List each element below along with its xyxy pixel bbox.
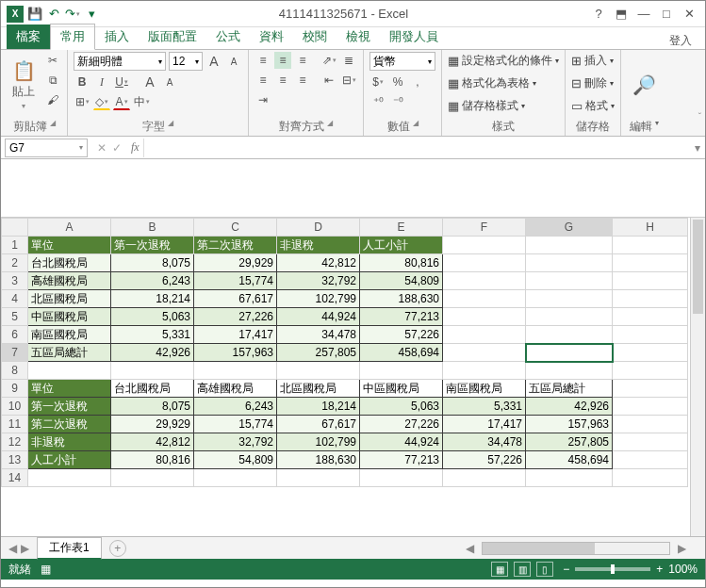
cell-D2[interactable]: 42,812 <box>277 254 360 272</box>
cell-F2[interactable] <box>443 254 526 272</box>
cell-B14[interactable] <box>111 469 194 487</box>
row-header-12[interactable]: 12 <box>2 433 28 451</box>
cell-C11[interactable]: 15,774 <box>194 416 277 433</box>
cell-H5[interactable] <box>613 308 688 326</box>
enter-formula-icon[interactable]: ✓ <box>112 141 122 155</box>
cell-G13[interactable]: 458,694 <box>526 451 613 469</box>
cell-F8[interactable] <box>443 362 526 380</box>
border-button[interactable]: ⊞ <box>74 93 90 110</box>
number-format-select[interactable]: 貨幣▾ <box>369 52 435 71</box>
format-as-table-button[interactable]: ▦格式化為表格▾ <box>448 74 559 91</box>
cell-F10[interactable]: 5,331 <box>443 398 526 416</box>
cell-D14[interactable] <box>277 469 360 487</box>
row-header-13[interactable]: 13 <box>2 451 28 469</box>
cell-D4[interactable]: 102,799 <box>277 290 360 308</box>
cell-H1[interactable] <box>613 237 688 254</box>
cell-A1[interactable]: 單位 <box>28 237 111 254</box>
cell-H12[interactable] <box>613 433 688 451</box>
tab-scroll-right-icon[interactable]: ▶ <box>674 542 690 555</box>
column-header-C[interactable]: C <box>194 219 277 237</box>
cell-B3[interactable]: 6,243 <box>111 272 194 290</box>
increase-font-button[interactable]: A <box>205 53 222 70</box>
merge-button[interactable]: ⊟ <box>340 72 357 89</box>
new-sheet-button[interactable]: + <box>109 540 126 557</box>
cell-G1[interactable] <box>526 237 613 254</box>
decrease-decimal-button[interactable]: ⁻⁰ <box>389 93 406 110</box>
cell-F9[interactable]: 南區國稅局 <box>443 380 526 398</box>
zoom-out-button[interactable]: − <box>563 563 569 576</box>
zoom-level[interactable]: 100% <box>668 563 698 576</box>
cell-G7[interactable] <box>526 344 613 362</box>
row-header-14[interactable]: 14 <box>2 469 28 487</box>
cell-B9[interactable]: 台北國稅局 <box>111 380 194 398</box>
cell-F14[interactable] <box>443 469 526 487</box>
cell-G5[interactable] <box>526 308 613 326</box>
cell-F6[interactable] <box>443 326 526 344</box>
save-icon[interactable]: 💾 <box>27 7 42 22</box>
cell-B10[interactable]: 8,075 <box>111 398 194 416</box>
cell-C5[interactable]: 27,226 <box>194 308 277 326</box>
align-bottom-button[interactable]: ≡ <box>294 52 311 69</box>
cell-B12[interactable]: 42,812 <box>111 433 194 451</box>
qat-customize-icon[interactable]: ▾ <box>84 7 99 22</box>
cell-F4[interactable] <box>443 290 526 308</box>
cell-H14[interactable] <box>613 469 688 487</box>
cell-G2[interactable] <box>526 254 613 272</box>
zoom-slider[interactable] <box>575 567 650 571</box>
macro-record-icon[interactable]: ▦ <box>41 563 51 576</box>
tab-formulas[interactable]: 公式 <box>206 24 250 49</box>
increase-font-alt[interactable]: A <box>141 74 158 90</box>
cell-E11[interactable]: 27,226 <box>360 416 443 433</box>
cell-E7[interactable]: 458,694 <box>360 344 443 362</box>
cell-E3[interactable]: 54,809 <box>360 272 443 290</box>
clipboard-launcher-icon[interactable]: ◢ <box>50 119 56 135</box>
cell-C8[interactable] <box>194 362 277 380</box>
cell-D8[interactable] <box>277 362 360 380</box>
cell-A4[interactable]: 北區國稅局 <box>28 290 111 308</box>
cell-G11[interactable]: 157,963 <box>526 416 613 433</box>
tab-layout[interactable]: 版面配置 <box>139 24 206 49</box>
horizontal-scrollbar[interactable] <box>482 542 670 555</box>
tab-review[interactable]: 校閱 <box>293 24 337 49</box>
copy-button[interactable]: ⧉ <box>44 72 61 89</box>
cell-D12[interactable]: 102,799 <box>277 433 360 451</box>
align-top-button[interactable]: ≡ <box>254 52 271 69</box>
cell-B8[interactable] <box>111 362 194 380</box>
collapse-ribbon-icon[interactable]: ˇ <box>698 112 701 122</box>
cut-button[interactable]: ✂ <box>44 52 61 69</box>
cell-H8[interactable] <box>613 362 688 380</box>
cell-G6[interactable] <box>526 326 613 344</box>
conditional-formatting-button[interactable]: ▦設定格式化的條件▾ <box>448 52 559 69</box>
cell-C4[interactable]: 67,617 <box>194 290 277 308</box>
font-name-select[interactable]: 新細明體▾ <box>74 52 166 71</box>
cell-H6[interactable] <box>613 326 688 344</box>
sheet-tab[interactable]: 工作表1 <box>37 537 102 560</box>
column-header-H[interactable]: H <box>613 219 688 237</box>
increase-indent-button[interactable]: ⇥ <box>254 91 271 108</box>
cell-C14[interactable] <box>194 469 277 487</box>
insert-cells-button[interactable]: ⊞插入▾ <box>571 52 615 69</box>
cell-E6[interactable]: 57,226 <box>360 326 443 344</box>
cell-C3[interactable]: 15,774 <box>194 272 277 290</box>
cell-B13[interactable]: 80,816 <box>111 451 194 469</box>
tab-file[interactable]: 檔案 <box>7 24 50 49</box>
cell-A10[interactable]: 第一次退稅 <box>28 398 111 416</box>
help-button[interactable]: ? <box>592 7 605 21</box>
tab-home[interactable]: 常用 <box>50 24 95 50</box>
cell-A14[interactable] <box>28 469 111 487</box>
column-header-D[interactable]: D <box>277 219 360 237</box>
cell-H11[interactable] <box>613 416 688 433</box>
cell-G8[interactable] <box>526 362 613 380</box>
comma-button[interactable]: , <box>409 74 426 90</box>
view-page-layout-button[interactable]: ▥ <box>514 562 531 577</box>
sheet-nav-next-icon[interactable]: ▶ <box>21 542 29 555</box>
wrap-text-button[interactable]: ≣ <box>340 52 357 69</box>
cell-B7[interactable]: 42,926 <box>111 344 194 362</box>
cell-A6[interactable]: 南區國稅局 <box>28 326 111 344</box>
cell-E14[interactable] <box>360 469 443 487</box>
ribbon-options-button[interactable]: ⬒ <box>615 7 628 21</box>
cell-styles-button[interactable]: ▦儲存格樣式▾ <box>448 97 559 114</box>
cell-C12[interactable]: 32,792 <box>194 433 277 451</box>
cell-H7[interactable] <box>613 344 688 362</box>
row-header-8[interactable]: 8 <box>2 362 28 380</box>
